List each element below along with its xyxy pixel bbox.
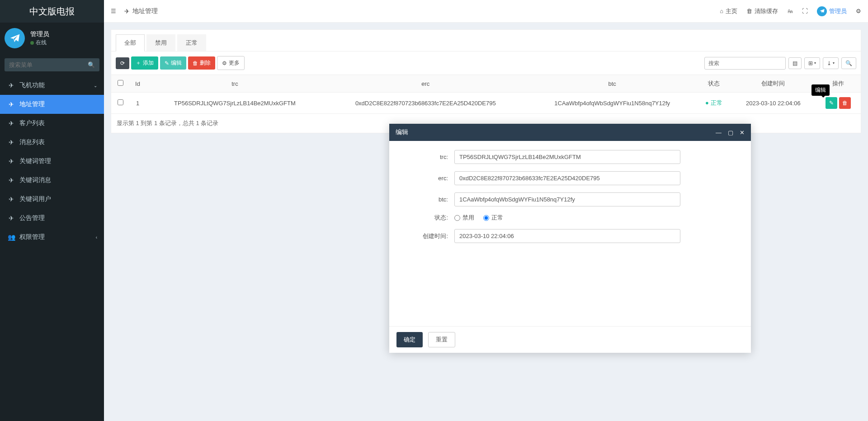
send-icon: ✈ (7, 101, 16, 108)
nav-settings[interactable]: ⚙ (856, 8, 861, 14)
tab-disabled[interactable]: 禁用 (146, 34, 175, 51)
list-icon: ▤ (793, 60, 797, 66)
more-button[interactable]: ⚙更多 (217, 56, 245, 70)
tab-normal[interactable]: 正常 (177, 34, 206, 51)
radio-disabled-label[interactable]: 禁用 (454, 214, 474, 222)
input-trc[interactable] (454, 150, 680, 164)
pencil-icon: ✎ (829, 100, 834, 106)
search-menu-input[interactable] (5, 58, 99, 71)
topbar: ☰ ✈ 地址管理 ⌂主页 🗑清除缓存 🗛 ⛶ 管理员 ⚙ (104, 0, 868, 23)
menu-group-plane[interactable]: ✈ 飞机功能 ⌄ (0, 76, 104, 95)
gear-icon: ⚙ (222, 60, 227, 66)
chevron-left-icon: ‹ (96, 235, 97, 240)
search-toggle-button[interactable]: 🔍 (841, 57, 856, 69)
sidebar-item-label: 消息列表 (19, 138, 45, 146)
modal-close-button[interactable]: ✕ (740, 129, 745, 136)
modal-minimize-button[interactable]: — (716, 129, 722, 136)
input-btc[interactable] (454, 192, 680, 206)
label-status: 状态: (403, 214, 448, 222)
sidebar-item-keyword-users[interactable]: ✈ 关键词用户 (0, 190, 104, 209)
radio-disabled[interactable] (454, 215, 460, 221)
brand-logo: 中文版电报 (0, 0, 104, 23)
home-icon: ⌂ (720, 8, 723, 14)
th-trc[interactable]: trc (146, 75, 324, 93)
sidebar-item-keyword-msgs[interactable]: ✈ 关键词消息 (0, 171, 104, 190)
user-status: 在线 (30, 39, 49, 47)
sidebar-search: 🔍 (0, 54, 104, 76)
sidebar-item-messages[interactable]: ✈ 消息列表 (0, 133, 104, 152)
input-created[interactable] (454, 229, 680, 243)
delete-button[interactable]: 🗑删除 (188, 56, 215, 70)
grid-icon: ⊞ (808, 60, 813, 66)
th-status[interactable]: 状态 (697, 75, 731, 93)
send-icon: ✈ (7, 177, 16, 184)
main: ☰ ✈ 地址管理 ⌂主页 🗑清除缓存 🗛 ⛶ 管理员 ⚙ (104, 0, 868, 421)
edit-button[interactable]: ✎编辑 (160, 56, 186, 70)
nav-clear-cache[interactable]: 🗑清除缓存 (746, 7, 778, 15)
menu-group-label: 飞机功能 (19, 81, 45, 89)
reset-button[interactable]: 重置 (428, 332, 455, 347)
th-id[interactable]: Id (129, 75, 146, 93)
tabs: 全部 禁用 正常 (111, 30, 861, 51)
cell-id: 1 (129, 93, 146, 114)
sidebar-item-label: 地址管理 (19, 100, 45, 108)
sidebar-menu: ✈ 飞机功能 ⌄ ✈ 地址管理 ✈ 客户列表 ✈ 消息列表 ✈ 关键词管理 ✈ (0, 76, 104, 247)
edit-modal: 编辑 — ▢ ✕ trc: erc: (389, 124, 751, 353)
caret-down-icon: ▾ (833, 61, 835, 65)
columns-button[interactable]: ⊞▾ (804, 57, 820, 69)
input-erc[interactable] (454, 171, 680, 185)
tab-all[interactable]: 全部 (116, 34, 145, 51)
refresh-icon: ⟳ (120, 60, 125, 66)
sidebar-item-customers[interactable]: ✈ 客户列表 (0, 114, 104, 133)
add-button[interactable]: ＋添加 (131, 56, 158, 70)
sidebar-item-announce[interactable]: ✈ 公告管理 (0, 209, 104, 228)
table-search-input[interactable] (704, 57, 786, 70)
menu-group-permissions[interactable]: 👥 权限管理 ‹ (0, 228, 104, 247)
modal-header[interactable]: 编辑 — ▢ ✕ (389, 124, 751, 141)
radio-normal[interactable] (483, 215, 489, 221)
cell-btc: 1CAaWbfp4ofqWbSdgWYFiu1N58nq7Y12fy (528, 93, 697, 114)
sidebar-item-label: 关键词消息 (19, 176, 51, 184)
export-button[interactable]: ⤓▾ (823, 57, 839, 69)
send-icon: ✈ (7, 82, 16, 89)
th-erc[interactable]: erc (324, 75, 528, 93)
send-icon: ✈ (7, 215, 16, 222)
language-icon: 🗛 (787, 8, 793, 14)
edit-tooltip: 编辑 (811, 84, 830, 96)
toggle-view-button[interactable]: ▤ (788, 57, 802, 69)
nav-home[interactable]: ⌂主页 (720, 7, 737, 15)
th-btc[interactable]: btc (528, 75, 697, 93)
user-panel: 管理员 在线 (0, 23, 104, 54)
sidebar-item-label: 公告管理 (19, 214, 45, 222)
trash-icon: 🗑 (193, 60, 198, 66)
nav-admin[interactable]: 管理员 (817, 6, 847, 16)
th-created[interactable]: 创建时间 (731, 75, 816, 93)
sidebar-item-keywords[interactable]: ✈ 关键词管理 (0, 152, 104, 171)
ok-button[interactable]: 确定 (396, 332, 423, 347)
breadcrumb-label: 地址管理 (132, 7, 158, 15)
row-delete-button[interactable]: 🗑 (839, 97, 851, 109)
sidebar-item-address[interactable]: ✈ 地址管理 (0, 95, 104, 114)
nav-language[interactable]: 🗛 (787, 8, 793, 14)
content: 全部 禁用 正常 ⟳ ＋添加 ✎编辑 🗑删除 ⚙更多 ▤ ⊞▾ ⤓▾ 🔍 (104, 23, 868, 421)
breadcrumb: ✈ 地址管理 (124, 7, 158, 15)
select-all-checkbox[interactable] (118, 80, 123, 86)
send-icon: ✈ (7, 120, 16, 127)
modal-footer: 确定 重置 (389, 326, 751, 353)
row-edit-button[interactable]: ✎ (826, 97, 837, 109)
nav-fullscreen[interactable]: ⛶ (802, 8, 808, 14)
refresh-button[interactable]: ⟳ (116, 57, 129, 69)
modal-title: 编辑 (396, 128, 408, 136)
pencil-icon: ✎ (165, 60, 169, 66)
row-checkbox[interactable] (118, 99, 123, 105)
sidebar-item-label: 关键词管理 (19, 157, 51, 165)
search-icon: 🔍 (845, 60, 852, 66)
label-btc: btc: (403, 196, 448, 203)
cell-created: 2023-03-10 22:04:06 (731, 93, 816, 114)
table-header-row: Id trc erc btc 状态 创建时间 操作 (111, 75, 861, 93)
menu-toggle-icon[interactable]: ☰ (111, 8, 116, 14)
radio-normal-label[interactable]: 正常 (483, 214, 503, 222)
modal-maximize-button[interactable]: ▢ (728, 129, 733, 136)
send-icon: ✈ (124, 8, 130, 15)
fullscreen-icon: ⛶ (802, 8, 808, 14)
